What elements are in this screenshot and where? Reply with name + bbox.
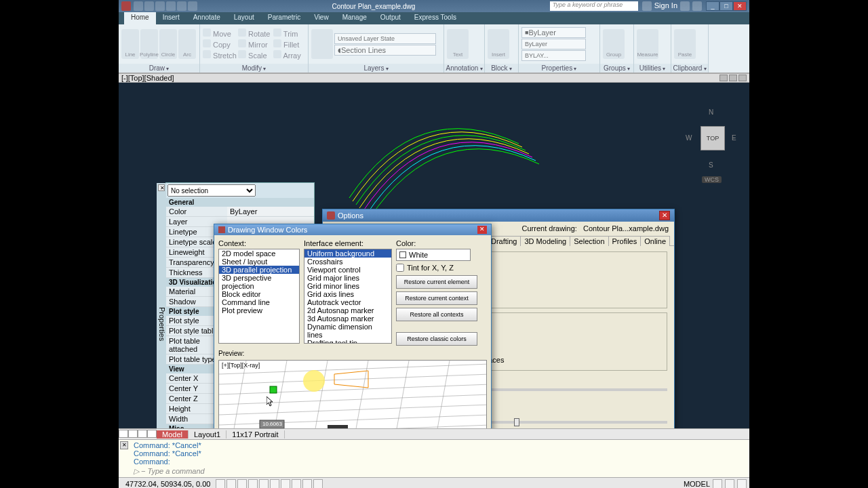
copy-button[interactable]: Copy: [203, 39, 237, 49]
tab-first-icon[interactable]: [119, 430, 128, 438]
minimize-button[interactable]: _: [706, 1, 719, 11]
element-item[interactable]: Uniform background: [304, 249, 391, 258]
viewcube-s[interactable]: S: [709, 161, 713, 169]
element-item[interactable]: Dynamic dimension lines: [304, 323, 391, 339]
restore-classic-button[interactable]: Restore classic colors: [396, 332, 477, 346]
snap-toggle[interactable]: [216, 479, 225, 489]
ribbon-tab-view[interactable]: View: [307, 12, 336, 24]
rotate-button[interactable]: Rotate: [238, 28, 272, 38]
vp-close-icon[interactable]: [738, 75, 747, 81]
ribbon-tab-parametric[interactable]: Parametric: [261, 12, 307, 24]
element-item[interactable]: Grid minor lines: [304, 282, 391, 290]
mirror-button[interactable]: Mirror: [238, 39, 272, 49]
paste-button[interactable]: Paste: [674, 29, 696, 59]
drawing-viewport[interactable]: N S E W TOP WCS ✕ Properties No selectio…: [119, 83, 749, 428]
lineweight-dropdown[interactable]: BYLAY...: [521, 50, 586, 61]
group-button[interactable]: Group: [603, 29, 625, 59]
help-icon[interactable]: [692, 1, 702, 11]
dyn-toggle[interactable]: [292, 479, 301, 489]
panel-block[interactable]: Block: [485, 64, 518, 73]
viewcube-e[interactable]: E: [732, 134, 736, 142]
context-item[interactable]: 3D parallel projection: [219, 266, 299, 274]
context-item[interactable]: Plot preview: [219, 306, 299, 314]
ribbon-tab-insert[interactable]: Insert: [156, 12, 186, 24]
panel-draw[interactable]: Draw: [119, 64, 199, 73]
close-button[interactable]: ✕: [733, 1, 747, 11]
qp-toggle[interactable]: [313, 479, 323, 489]
panel-clipboard[interactable]: Clipboard: [671, 64, 708, 73]
colors-titlebar[interactable]: Drawing Window Colors ✕: [214, 224, 491, 235]
options-tab-selection[interactable]: Selection: [570, 236, 608, 246]
qat-print-icon[interactable]: [188, 1, 197, 11]
cmd-close-icon[interactable]: ✕: [120, 441, 128, 449]
layer-properties-icon[interactable]: [311, 29, 333, 59]
vp-max-icon[interactable]: [729, 75, 737, 81]
context-item[interactable]: Command line: [219, 298, 299, 306]
panel-properties[interactable]: Properties: [519, 64, 599, 73]
circle-button[interactable]: Circle: [159, 29, 177, 59]
palette-handle[interactable]: ✕ Properties: [157, 183, 166, 428]
status-icon-1[interactable]: [713, 479, 722, 489]
viewcube[interactable]: N S E W TOP WCS: [682, 103, 743, 178]
osnap-toggle[interactable]: [259, 479, 269, 489]
model-space-label[interactable]: MODEL: [684, 480, 710, 488]
layout-tab-11x17-portrait[interactable]: 11x17 Portrait: [226, 430, 284, 439]
tab-next-icon[interactable]: [138, 430, 147, 438]
panel-annotation[interactable]: Annotation: [444, 64, 484, 73]
measure-button[interactable]: Measure: [637, 29, 658, 59]
ribbon-tab-express-tools[interactable]: Express Tools: [408, 12, 463, 24]
otrack-toggle[interactable]: [270, 479, 279, 489]
vp-min-icon[interactable]: [719, 75, 728, 81]
coordinates[interactable]: 47732.04, 50934.05, 0.00: [121, 480, 214, 488]
context-item[interactable]: Sheet / layout: [219, 258, 299, 266]
move-button[interactable]: Move: [203, 28, 237, 38]
viewcube-w[interactable]: W: [686, 134, 692, 142]
options-titlebar[interactable]: Options ✕: [323, 209, 674, 222]
insert-button[interactable]: Insert: [488, 29, 509, 59]
element-item[interactable]: Grid major lines: [304, 274, 391, 282]
color-dropdown[interactable]: White: [396, 249, 471, 261]
context-item[interactable]: 3D perspective projection: [219, 274, 299, 290]
element-item[interactable]: Autotrack vector: [304, 298, 391, 306]
element-listbox[interactable]: Uniform backgroundCrosshairsViewport con…: [304, 249, 392, 344]
options-close-icon[interactable]: ✕: [659, 211, 670, 220]
options-tab-drafting[interactable]: Drafting: [487, 236, 521, 246]
viewcube-top[interactable]: TOP: [701, 126, 725, 150]
palette-close-icon[interactable]: ✕: [158, 184, 165, 191]
ducs-toggle[interactable]: [281, 479, 290, 489]
color-dropdown[interactable]: ■ ByLayer: [521, 27, 586, 38]
array-button[interactable]: Array: [273, 50, 307, 60]
restore-all-button[interactable]: Restore all contexts: [396, 308, 477, 321]
signin-label[interactable]: Sign In: [654, 1, 677, 11]
selection-dropdown[interactable]: No selection: [167, 184, 256, 197]
lwt-toggle[interactable]: [302, 479, 312, 489]
signin-icon[interactable]: [642, 1, 652, 11]
linetype-dropdown[interactable]: ByLayer: [521, 39, 586, 49]
panel-utilities[interactable]: Utilities: [634, 64, 671, 73]
element-item[interactable]: Crosshairs: [304, 258, 391, 266]
qat-save-icon[interactable]: [155, 1, 165, 11]
qat-redo-icon[interactable]: [177, 1, 186, 11]
qat-undo-icon[interactable]: [166, 1, 176, 11]
qat-open-icon[interactable]: [144, 1, 154, 11]
layout-tab-model[interactable]: Model: [157, 430, 189, 439]
options-tab-online[interactable]: Online: [640, 236, 670, 246]
panel-layers[interactable]: Layers: [309, 64, 443, 73]
scale-button[interactable]: Scale: [238, 50, 272, 60]
ortho-toggle[interactable]: [237, 479, 247, 489]
element-item[interactable]: Drafting tool tip: [304, 339, 391, 344]
tab-last-icon[interactable]: [147, 430, 157, 438]
tint-checkbox[interactable]: [396, 264, 404, 272]
layer-dropdown[interactable]: ◖ Section Lines: [334, 45, 436, 56]
trim-button[interactable]: Trim: [273, 28, 307, 38]
polar-toggle[interactable]: [248, 479, 258, 489]
status-icon-3[interactable]: [737, 479, 747, 489]
line-button[interactable]: Line: [121, 29, 139, 59]
viewcube-n[interactable]: N: [709, 108, 713, 116]
ribbon-tab-annotate[interactable]: Annotate: [186, 12, 227, 24]
help-search-input[interactable]: Type a keyword or phrase: [550, 1, 638, 11]
restore-element-button[interactable]: Restore current element: [396, 275, 477, 289]
element-item[interactable]: Viewport control: [304, 266, 391, 274]
element-item[interactable]: 3d Autosnap marker: [304, 314, 391, 323]
ribbon-tab-layout[interactable]: Layout: [227, 12, 261, 24]
